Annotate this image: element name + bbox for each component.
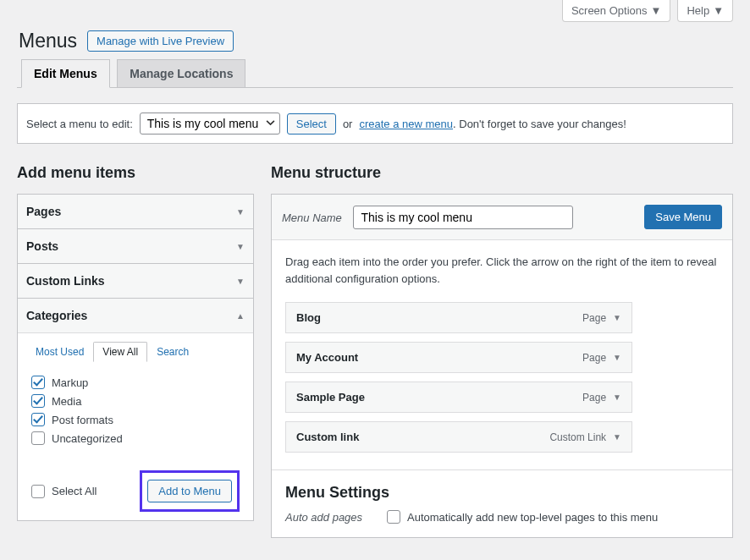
category-checkbox[interactable] [31, 413, 45, 426]
menu-item-type: Page [582, 312, 606, 324]
category-label: Uncategorized [52, 432, 123, 445]
caret-down-icon: ▼ [236, 277, 245, 286]
tab-view-all[interactable]: View All [93, 342, 147, 362]
panel-custom-links-label: Custom Links [26, 274, 105, 288]
menu-select-dropdown[interactable]: This is my cool menu [140, 113, 280, 135]
create-new-menu-link[interactable]: create a new menu [359, 118, 453, 130]
caret-down-icon[interactable]: ▼ [613, 313, 621, 322]
category-checkbox[interactable] [31, 376, 45, 389]
menu-item-type: Custom Link [549, 431, 606, 443]
category-label: Post formats [52, 414, 113, 426]
panel-posts-label: Posts [26, 239, 58, 253]
menu-item[interactable]: Custom linkCustom Link▼ [285, 421, 632, 453]
tab-search[interactable]: Search [147, 342, 198, 362]
caret-down-icon[interactable]: ▼ [613, 432, 621, 442]
category-label: Markup [52, 376, 88, 389]
help-button[interactable]: Help ▼ [677, 0, 733, 22]
menu-item-title: Sample Page [296, 391, 365, 404]
menu-structure-heading: Menu structure [271, 164, 733, 182]
panel-categories-label: Categories [26, 309, 87, 322]
caret-down-icon[interactable]: ▼ [613, 353, 621, 362]
panel-custom-links[interactable]: Custom Links ▼ [17, 263, 254, 299]
caret-down-icon: ▼ [713, 4, 724, 17]
add-menu-items-heading: Add menu items [17, 164, 254, 182]
category-checklist: MarkupMediaPost formatsUncategorized [26, 372, 245, 455]
or-text: or [343, 118, 353, 130]
menu-name-label: Menu Name [282, 211, 342, 224]
panel-posts[interactable]: Posts ▼ [17, 228, 254, 264]
caret-down-icon: ▼ [651, 4, 662, 17]
panel-pages-label: Pages [26, 205, 61, 218]
select-menu-label: Select a menu to edit: [26, 118, 133, 130]
category-item[interactable]: Post formats [31, 413, 240, 426]
caret-down-icon[interactable]: ▼ [613, 393, 621, 402]
menu-item-title: Blog [296, 311, 321, 324]
auto-add-pages-option[interactable]: Automatically add new top-level pages to… [387, 510, 658, 524]
menu-item-type: Page [582, 352, 606, 364]
category-checkbox[interactable] [31, 394, 45, 408]
page-title: Menus [19, 30, 77, 52]
add-to-menu-button[interactable]: Add to Menu [147, 480, 232, 502]
category-item[interactable]: Uncategorized [31, 431, 240, 445]
live-preview-button[interactable]: Manage with Live Preview [87, 30, 234, 52]
panel-pages[interactable]: Pages ▼ [17, 194, 254, 229]
tail-text: . Don't forget to save your changes! [453, 118, 626, 130]
drag-instructions: Drag each item into the order you prefer… [285, 254, 719, 287]
category-label: Media [52, 395, 81, 408]
menu-item-title: Custom link [296, 431, 359, 443]
category-checkbox[interactable] [31, 431, 45, 445]
select-button[interactable]: Select [287, 113, 336, 135]
menu-settings-heading: Menu Settings [285, 484, 719, 502]
highlight-add-to-menu: Add to Menu [140, 470, 240, 512]
menu-item-title: My Account [296, 351, 358, 364]
help-label: Help [687, 4, 709, 17]
menu-item[interactable]: Sample PagePage▼ [285, 382, 632, 413]
screen-options-label: Screen Options [571, 4, 648, 17]
menu-item[interactable]: My AccountPage▼ [285, 342, 632, 373]
panel-categories-header[interactable]: Categories ▲ [18, 299, 253, 332]
select-all-checkbox[interactable] [31, 485, 45, 498]
panel-categories: Categories ▲ Most Used View All Search M… [17, 298, 254, 521]
save-menu-button[interactable]: Save Menu [644, 205, 722, 229]
category-item[interactable]: Markup [31, 376, 240, 389]
category-item[interactable]: Media [31, 394, 240, 408]
caret-up-icon: ▲ [236, 311, 245, 321]
tab-most-used[interactable]: Most Used [26, 342, 93, 362]
nav-tabs: Edit Menus Manage Locations [17, 59, 733, 88]
menu-items-list: BlogPage▼My AccountPage▼Sample PagePage▼… [285, 302, 719, 453]
menu-select-bar: Select a menu to edit: This is my cool m… [17, 103, 733, 144]
tab-edit-menus[interactable]: Edit Menus [21, 59, 110, 88]
caret-down-icon: ▼ [236, 242, 245, 251]
select-all-label[interactable]: Select All [31, 485, 97, 498]
auto-add-pages-checkbox[interactable] [387, 510, 400, 524]
caret-down-icon: ▼ [236, 207, 245, 217]
menu-name-input[interactable] [353, 206, 573, 229]
menu-item[interactable]: BlogPage▼ [285, 302, 632, 333]
auto-add-pages-label: Auto add pages [285, 511, 370, 524]
tab-manage-locations[interactable]: Manage Locations [117, 59, 245, 87]
screen-options-button[interactable]: Screen Options ▼ [562, 0, 670, 22]
menu-item-type: Page [582, 392, 606, 404]
